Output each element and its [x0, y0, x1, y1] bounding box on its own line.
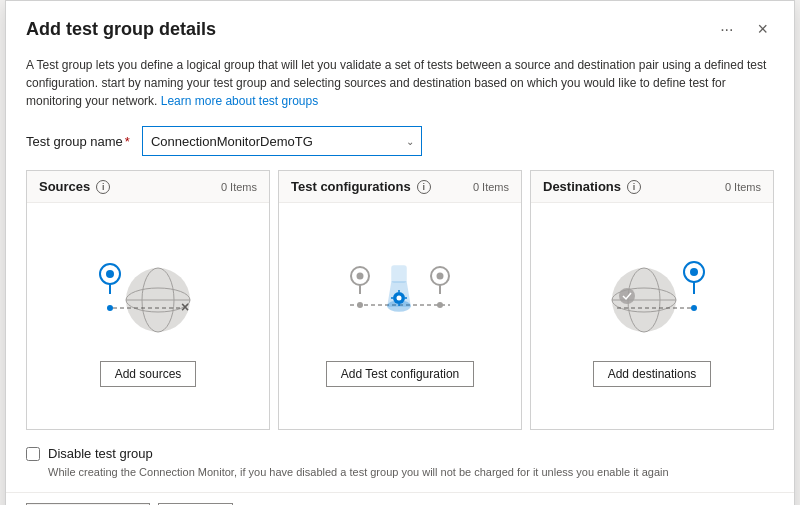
- dialog-description: A Test group lets you define a logical g…: [6, 50, 794, 122]
- sources-info-icon[interactable]: i: [96, 180, 110, 194]
- test-config-panel-body: Add Test configuration: [279, 203, 521, 429]
- sources-panel-title: Sources: [39, 179, 90, 194]
- form-row: Test group name* ⌄: [6, 122, 794, 170]
- destinations-panel-title-group: Destinations i: [543, 179, 641, 194]
- svg-point-36: [691, 305, 697, 311]
- close-button[interactable]: ×: [751, 17, 774, 42]
- svg-point-34: [690, 268, 698, 276]
- disable-test-group-label[interactable]: Disable test group: [48, 446, 153, 461]
- dialog-header: Add test group details ··· ×: [6, 1, 794, 50]
- destinations-panel-title: Destinations: [543, 179, 621, 194]
- add-test-group-dialog: Add test group details ··· × A Test grou…: [5, 0, 795, 505]
- destinations-panel: Destinations i 0 Items: [530, 170, 774, 430]
- test-group-name-label: Test group name*: [26, 134, 130, 149]
- sources-panel-body: × Add sources: [27, 203, 269, 429]
- dialog-footer: Add Test Group Cancel: [6, 492, 794, 505]
- disable-test-group-row: Disable test group: [26, 446, 774, 461]
- svg-point-6: [106, 270, 114, 278]
- sources-illustration: ×: [88, 245, 208, 345]
- test-config-panel-title: Test configurations: [291, 179, 411, 194]
- test-config-info-icon[interactable]: i: [417, 180, 431, 194]
- disable-test-group-checkbox[interactable]: [26, 447, 40, 461]
- add-test-configuration-button[interactable]: Add Test configuration: [326, 361, 475, 387]
- learn-more-link[interactable]: Learn more about test groups: [161, 94, 318, 108]
- destinations-panel-header: Destinations i 0 Items: [531, 171, 773, 203]
- destinations-illustration: [592, 245, 712, 345]
- test-config-panel-header: Test configurations i 0 Items: [279, 171, 521, 203]
- test-config-illustration: [340, 245, 460, 345]
- footer-section: Disable test group While creating the Co…: [6, 430, 794, 488]
- destinations-panel-body: Add destinations: [531, 203, 773, 429]
- svg-point-31: [619, 288, 635, 304]
- svg-point-14: [357, 302, 363, 308]
- add-sources-button[interactable]: Add sources: [100, 361, 197, 387]
- svg-point-24: [437, 273, 444, 280]
- svg-point-18: [397, 296, 402, 301]
- svg-rect-15: [392, 266, 406, 282]
- destinations-info-icon[interactable]: i: [627, 180, 641, 194]
- panels-row: Sources i 0 Items: [6, 170, 794, 430]
- test-group-name-input[interactable]: [142, 126, 422, 156]
- sources-panel-count: 0 Items: [221, 181, 257, 193]
- svg-point-12: [357, 273, 364, 280]
- dialog-header-icons: ··· ×: [714, 17, 774, 42]
- destinations-panel-count: 0 Items: [725, 181, 761, 193]
- test-group-name-input-wrapper: ⌄: [142, 126, 422, 156]
- test-config-panel: Test configurations i 0 Items: [278, 170, 522, 430]
- test-config-panel-count: 0 Items: [473, 181, 509, 193]
- svg-point-8: [107, 305, 113, 311]
- sources-panel-header: Sources i 0 Items: [27, 171, 269, 203]
- dialog-title: Add test group details: [26, 19, 714, 40]
- svg-text:×: ×: [181, 299, 189, 315]
- svg-point-26: [437, 302, 443, 308]
- sources-panel-title-group: Sources i: [39, 179, 110, 194]
- sources-panel: Sources i 0 Items: [26, 170, 270, 430]
- required-indicator: *: [125, 134, 130, 149]
- add-destinations-button[interactable]: Add destinations: [593, 361, 712, 387]
- test-config-panel-title-group: Test configurations i: [291, 179, 431, 194]
- ellipsis-button[interactable]: ···: [714, 19, 739, 41]
- disable-description-text: While creating the Connection Monitor, i…: [26, 465, 774, 480]
